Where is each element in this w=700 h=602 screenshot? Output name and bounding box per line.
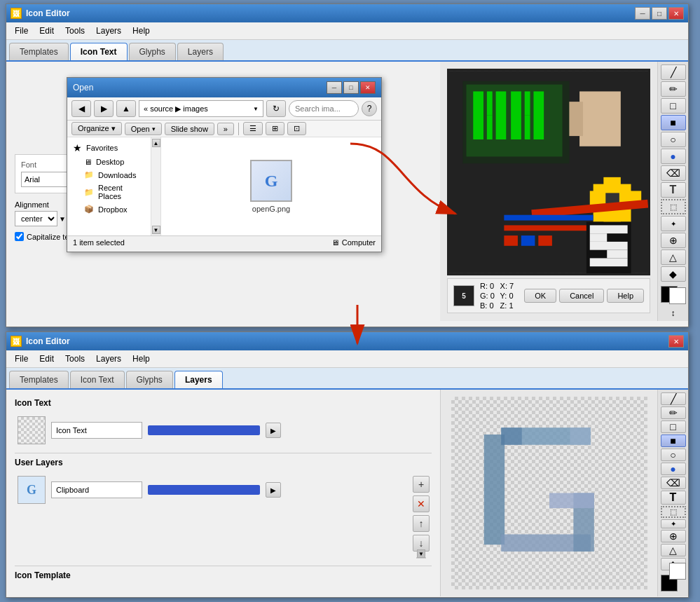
window1-minimize-btn[interactable]: ─ <box>635 7 650 20</box>
clipboard-thumb: G <box>18 476 46 504</box>
fill-rect-tool-btn-2[interactable]: ■ <box>661 435 686 447</box>
pencil-tool-btn-2[interactable]: ✏ <box>661 406 686 419</box>
menu-help-2[interactable]: Help <box>127 352 156 366</box>
view-details-btn[interactable]: ⊡ <box>287 122 306 135</box>
scroll-thumb[interactable]: ▼ <box>417 549 425 558</box>
file-dialog-toolbar1: ◀ ▶ ▲ « source ▶ images ▼ ↻ ? <box>67 97 381 121</box>
tab-layers-2[interactable]: Layers <box>174 371 223 388</box>
window1-restore-btn[interactable]: □ <box>652 7 667 20</box>
window1-close-btn[interactable]: ✕ <box>668 7 684 20</box>
fill-ellipse-tool-btn[interactable]: ● <box>661 149 686 164</box>
ok-btn-1[interactable]: OK <box>524 289 556 303</box>
slideshow-btn[interactable]: Slide show <box>165 123 214 135</box>
menu-layers-1[interactable]: Layers <box>90 24 127 38</box>
line-tool-btn[interactable]: ╱ <box>661 64 686 80</box>
scroll-down-btn[interactable]: ▼ <box>152 226 160 234</box>
remove-layer-btn[interactable]: ✕ <box>413 495 430 512</box>
menu-tools-1[interactable]: Tools <box>60 24 90 38</box>
add-layer-btn[interactable]: + <box>413 476 430 493</box>
tab-templates-1[interactable]: Templates <box>9 43 69 60</box>
file-item-openg[interactable]: G openG.png <box>250 160 292 213</box>
eraser-tool-btn-2[interactable]: ⌫ <box>661 477 686 489</box>
alignment-select[interactable]: center left right <box>15 211 57 226</box>
menu-tools-2[interactable]: Tools <box>60 352 90 366</box>
search-input[interactable] <box>289 100 359 117</box>
toolbar2-sep <box>238 123 239 135</box>
clipboard-arrow-btn[interactable]: ▶ <box>266 482 281 498</box>
icon-canvas-1[interactable] <box>447 69 650 275</box>
more-btn[interactable]: » <box>217 123 234 135</box>
icon-text-name-input[interactable] <box>51 422 142 439</box>
magic-tool-btn-2[interactable]: ✦ <box>661 519 686 528</box>
template-divider <box>15 566 432 566</box>
rect-tool-btn-2[interactable]: □ <box>661 420 686 433</box>
menu-edit-2[interactable]: Edit <box>34 352 60 366</box>
menu-file-1[interactable]: File <box>9 24 34 38</box>
color-pick-tool-btn[interactable]: ◆ <box>661 266 686 282</box>
open-btn[interactable]: Open ▾ <box>125 123 162 135</box>
ellipse-tool-btn-2[interactable]: ○ <box>661 449 686 461</box>
line-tool-btn-2[interactable]: ╱ <box>661 392 686 405</box>
select-tool-btn[interactable]: ⬚ <box>661 199 686 215</box>
file-dialog-minimize[interactable]: ─ <box>327 81 342 94</box>
text-tool-btn[interactable]: T <box>661 182 686 198</box>
pencil-tool-btn[interactable]: ✏ <box>661 81 686 97</box>
nav-back-btn[interactable]: ◀ <box>71 100 91 117</box>
help-btn-1[interactable]: Help <box>607 289 644 303</box>
tab-glyphs-1[interactable]: Glyphs <box>129 43 176 60</box>
tab-icon-text-2[interactable]: Icon Text <box>70 371 125 388</box>
cancel-btn-1[interactable]: Cancel <box>559 289 604 303</box>
nav-forward-btn[interactable]: ▶ <box>94 100 114 117</box>
transform-tool-btn[interactable]: △ <box>661 249 686 265</box>
window2-close-btn[interactable]: ✕ <box>668 335 684 348</box>
menu-file-2[interactable]: File <box>9 352 34 366</box>
svg-rect-4 <box>487 91 493 115</box>
fill-ellipse-tool-btn-2[interactable]: ● <box>661 463 686 475</box>
ellipse-tool-btn[interactable]: ○ <box>661 132 686 147</box>
sidebar-downloads[interactable]: 📁 Downloads <box>67 168 151 182</box>
capitalize-checkbox[interactable] <box>15 232 24 241</box>
help-icon-btn[interactable]: ? <box>362 101 377 116</box>
transform-tool-btn-2[interactable]: △ <box>661 544 686 556</box>
sidebar-scrollbar[interactable]: ▲ ▼ <box>151 137 161 235</box>
move-up-btn[interactable]: ↑ <box>413 515 430 532</box>
menu-layers-2[interactable]: Layers <box>90 352 127 366</box>
dropbox-label: Dropbox <box>98 205 128 214</box>
svg-rect-9 <box>525 116 530 139</box>
select-tool-btn-2[interactable]: ⬚ <box>661 506 686 518</box>
nav-up-btn[interactable]: ▲ <box>116 100 136 117</box>
svg-rect-8 <box>525 91 530 115</box>
eraser-tool-btn[interactable]: ⌫ <box>661 165 686 181</box>
view-list-btn[interactable]: ☰ <box>243 122 263 135</box>
file-dialog-restore[interactable]: □ <box>343 81 359 94</box>
organize-btn[interactable]: Organize ▾ <box>71 122 122 135</box>
path-combo[interactable]: « source ▶ images ▼ <box>139 100 263 117</box>
text-tool-btn-2[interactable]: T <box>661 491 686 505</box>
view-icon-btn[interactable]: ⊞ <box>266 122 284 135</box>
icon-canvas-2[interactable] <box>451 397 647 589</box>
refresh-btn[interactable]: ↻ <box>266 100 286 117</box>
svg-rect-28 <box>590 258 628 266</box>
bg-color-swatch-2[interactable] <box>669 563 686 580</box>
zoom-in-tool-btn-2[interactable]: ⊕ <box>661 530 686 542</box>
scroll-up-btn[interactable]: ▲ <box>152 139 160 147</box>
sidebar-dropbox[interactable]: 📦 Dropbox <box>67 203 151 216</box>
magic-tool-btn[interactable]: ✦ <box>661 216 686 231</box>
icon-text-arrow-btn[interactable]: ▶ <box>266 423 281 438</box>
menu-help-1[interactable]: Help <box>127 24 156 38</box>
menu-edit-1[interactable]: Edit <box>34 24 60 38</box>
tab-layers-1[interactable]: Layers <box>177 43 224 60</box>
bg-color-swatch[interactable] <box>669 287 686 304</box>
rect-tool-btn[interactable]: □ <box>661 98 686 114</box>
tab-glyphs-2[interactable]: Glyphs <box>126 371 173 388</box>
tab-templates-2[interactable]: Templates <box>9 371 69 388</box>
sidebar-recent[interactable]: 📁 Recent Places <box>67 182 151 203</box>
zoom-in-tool-btn[interactable]: ⊕ <box>661 233 686 248</box>
fill-rect-tool-btn[interactable]: ■ <box>661 115 686 130</box>
layers-scrollbar[interactable]: ▼ <box>416 557 426 559</box>
window2-title: Icon Editor <box>26 336 70 346</box>
sidebar-desktop[interactable]: 🖥 Desktop <box>67 156 151 168</box>
file-dialog-close[interactable]: ✕ <box>360 81 376 94</box>
tab-icon-text-1[interactable]: Icon Text <box>70 43 128 60</box>
clipboard-name-input[interactable] <box>51 481 142 498</box>
